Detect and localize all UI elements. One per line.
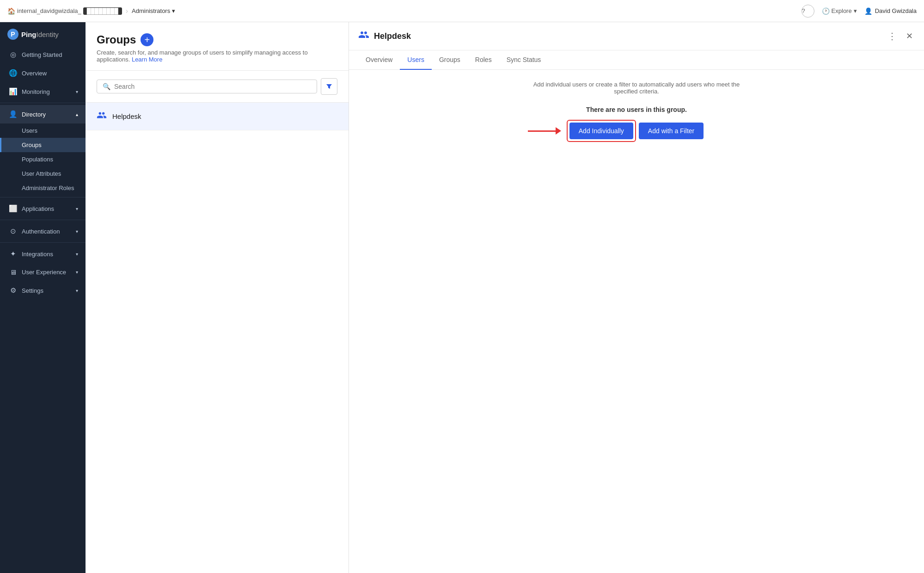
sidebar-subitem-users[interactable]: Users: [0, 123, 86, 138]
monitoring-chevron: ▾: [76, 89, 78, 94]
directory-icon: 👤: [9, 110, 17, 118]
tab-groups[interactable]: Groups: [432, 50, 468, 70]
search-input[interactable]: [114, 83, 311, 90]
add-filter-button[interactable]: Add with a Filter: [639, 123, 704, 139]
detail-group-icon: [358, 29, 369, 43]
ping-logo-icon: P: [7, 29, 18, 40]
tab-roles[interactable]: Roles: [468, 50, 499, 70]
sidebar-item-monitoring[interactable]: 📊 Monitoring ▾: [0, 82, 86, 101]
sidebar-subitem-populations[interactable]: Populations: [0, 152, 86, 166]
monitoring-icon: 📊: [9, 87, 17, 96]
breadcrumb-home: 🏠 internal_davidgwizdala_ ████████: [7, 7, 122, 15]
learn-more-link[interactable]: Learn More: [132, 56, 162, 63]
sidebar-label-getting-started: Getting Started: [22, 51, 62, 58]
group-users-icon: [97, 110, 107, 123]
sidebar-label-directory: Directory: [22, 111, 46, 118]
sidebar-label-applications: Applications: [22, 205, 54, 212]
breadcrumb-admins[interactable]: Administrators ▾: [132, 7, 175, 14]
main-content: Groups + Create, search for, and manage …: [86, 22, 924, 573]
sidebar-label-user-experience: User Experience: [22, 269, 66, 276]
sidebar-subitem-groups[interactable]: Groups: [0, 138, 86, 152]
breadcrumb-env[interactable]: internal_davidgwizdala_: [17, 7, 81, 14]
sidebar-item-integrations[interactable]: ✦ Integrations ▾: [0, 245, 86, 263]
arrow-annotation: [528, 127, 561, 135]
groups-desc-text: Create, search for, and manage groups of…: [97, 49, 308, 63]
ping-logo-text: PingIdentity: [21, 31, 59, 38]
detail-header: Helpdesk ⋮ ✕: [349, 22, 924, 50]
groups-search-bar: 🔍: [86, 71, 349, 103]
breadcrumb-admins-label: Administrators: [132, 7, 170, 14]
authentication-icon: ⊙: [9, 227, 17, 235]
detail-header-actions: ⋮ ✕: [884, 29, 915, 43]
sidebar-item-authentication[interactable]: ⊙ Authentication ▾: [0, 222, 86, 240]
detail-panel: Helpdesk ⋮ ✕ Overview Users Groups Roles: [349, 22, 924, 573]
sidebar-label-integrations: Integrations: [22, 251, 53, 258]
tab-users[interactable]: Users: [400, 50, 432, 70]
tab-groups-label: Groups: [439, 56, 460, 63]
detail-description: Add individual users or create a filter …: [521, 81, 752, 95]
add-group-button[interactable]: +: [141, 33, 153, 46]
user-menu-button[interactable]: 👤 David Gwizdala: [864, 7, 917, 15]
sidebar-item-getting-started[interactable]: ◎ Getting Started: [0, 45, 86, 64]
sidebar-item-settings[interactable]: ⚙ Settings ▾: [0, 281, 86, 300]
sidebar-sublabel-users: Users: [22, 127, 37, 134]
sidebar-subitem-user-attributes[interactable]: User Attributes: [0, 166, 86, 181]
groups-description: Create, search for, and manage groups of…: [97, 49, 337, 63]
app-body: P PingIdentity ◎ Getting Started 🌐 Overv…: [0, 22, 924, 573]
groups-title-row: Groups +: [97, 33, 337, 46]
group-item-helpdesk[interactable]: Helpdesk: [86, 103, 349, 130]
sidebar-sublabel-user-attributes: User Attributes: [22, 170, 61, 177]
groups-title: Groups: [97, 33, 136, 46]
sidebar-label-authentication: Authentication: [22, 228, 60, 235]
explore-button[interactable]: 🕐 Explore ▾: [822, 7, 857, 15]
groups-header: Groups + Create, search for, and manage …: [86, 22, 349, 71]
nav-right: ? 🕐 Explore ▾ 👤 David Gwizdala: [802, 5, 917, 18]
logo: P PingIdentity: [0, 22, 86, 45]
detail-body: Add individual users or create a filter …: [349, 70, 924, 573]
group-name-helpdesk: Helpdesk: [112, 112, 141, 120]
tab-roles-label: Roles: [475, 56, 492, 63]
sidebar-item-overview[interactable]: 🌐 Overview: [0, 64, 86, 82]
integrations-icon: ✦: [9, 250, 17, 258]
sidebar-label-settings: Settings: [22, 287, 43, 294]
sidebar-sublabel-groups: Groups: [22, 142, 42, 148]
detail-close-button[interactable]: ✕: [904, 29, 915, 43]
groups-list: Helpdesk: [86, 103, 349, 573]
sidebar: P PingIdentity ◎ Getting Started 🌐 Overv…: [0, 22, 86, 573]
sidebar-label-monitoring: Monitoring: [22, 88, 50, 95]
arrow-line: [528, 130, 556, 132]
authentication-chevron: ▾: [76, 229, 78, 234]
applications-chevron: ▾: [76, 206, 78, 211]
tab-overview[interactable]: Overview: [358, 50, 400, 70]
add-individually-button[interactable]: Add Individually: [569, 123, 633, 139]
explore-label: Explore: [832, 7, 852, 14]
getting-started-icon: ◎: [9, 50, 17, 59]
detail-more-button[interactable]: ⋮: [884, 29, 900, 43]
integrations-chevron: ▾: [76, 252, 78, 257]
overview-icon: 🌐: [9, 69, 17, 77]
search-icon: 🔍: [103, 83, 110, 90]
settings-icon: ⚙: [9, 286, 17, 295]
sidebar-subitem-admin-roles[interactable]: Administrator Roles: [0, 181, 86, 195]
groups-panel: Groups + Create, search for, and manage …: [86, 22, 349, 573]
sidebar-item-user-experience[interactable]: 🖥 User Experience ▾: [0, 263, 86, 281]
sidebar-item-directory[interactable]: 👤 Directory ▴: [0, 105, 86, 123]
user-icon: 👤: [864, 7, 872, 15]
sidebar-sublabel-populations: Populations: [22, 156, 53, 163]
filter-button[interactable]: [321, 78, 337, 95]
tab-overview-label: Overview: [366, 56, 392, 63]
tab-sync-status[interactable]: Sync Status: [499, 50, 549, 70]
sidebar-item-applications[interactable]: ⬜ Applications ▾: [0, 199, 86, 218]
search-input-wrap: 🔍: [97, 80, 317, 93]
detail-action-buttons: Add Individually Add with a Filter: [569, 123, 704, 139]
filter-icon: [325, 83, 333, 90]
sidebar-label-overview: Overview: [22, 70, 47, 77]
sidebar-sublabel-admin-roles: Administrator Roles: [22, 185, 74, 191]
tab-users-label: Users: [407, 56, 424, 63]
help-button[interactable]: ?: [802, 5, 814, 18]
top-nav: 🏠 internal_davidgwizdala_ ████████ › Adm…: [0, 0, 924, 22]
home-icon: 🏠: [7, 7, 15, 15]
admins-chevron: ▾: [172, 7, 175, 14]
breadcrumb-env-badge: ████████: [83, 7, 122, 15]
user-experience-icon: 🖥: [9, 268, 17, 276]
